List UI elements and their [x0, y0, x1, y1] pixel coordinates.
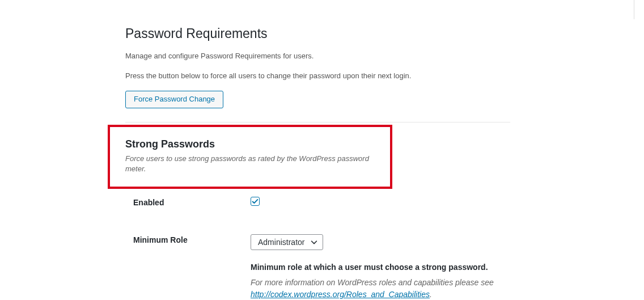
minimum-role-selected-value: Administrator — [258, 238, 304, 247]
force-password-change-button[interactable]: Force Password Change — [125, 91, 223, 108]
intro-text-1: Manage and configure Password Requiremen… — [125, 50, 510, 62]
minimum-role-help: Minimum role at which a user must choose… — [251, 261, 510, 300]
panel-divider — [634, 0, 634, 19]
strong-passwords-highlight: Strong Passwords Force users to use stro… — [108, 125, 392, 189]
intro-text-2: Press the button below to force all user… — [125, 70, 510, 82]
check-icon — [251, 197, 259, 205]
minimum-role-label: Minimum Role — [125, 234, 251, 244]
enabled-checkbox[interactable] — [251, 197, 260, 206]
section-divider — [125, 122, 510, 122]
minimum-role-help-text-2: . — [430, 290, 432, 299]
minimum-role-row: Minimum Role Administrator Minimum role … — [125, 234, 510, 300]
minimum-role-help-bold: Minimum role at which a user must choose… — [251, 261, 510, 273]
enabled-row: Enabled — [125, 197, 510, 207]
enabled-label: Enabled — [125, 197, 251, 207]
strong-passwords-description: Force users to use strong passwords as r… — [125, 154, 380, 174]
roles-capabilities-link[interactable]: http://codex.wordpress.org/Roles_and_Cap… — [251, 290, 430, 299]
chevron-down-icon — [310, 238, 318, 246]
page-title: Password Requirements — [125, 26, 510, 43]
content-area: Password Requirements Manage and configu… — [0, 0, 510, 300]
minimum-role-help-text-1: For more information on WordPress roles … — [251, 278, 494, 287]
minimum-role-select[interactable]: Administrator — [251, 234, 323, 250]
strong-passwords-title: Strong Passwords — [125, 138, 380, 150]
